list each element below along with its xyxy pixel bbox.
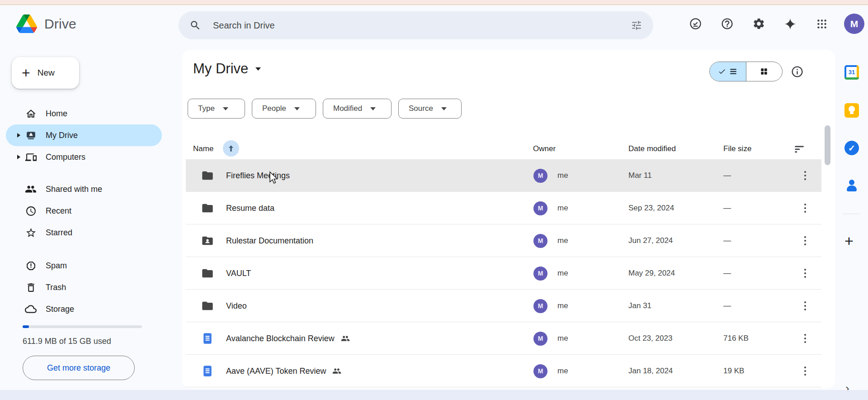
sidebar-item-label: My Drive bbox=[46, 131, 78, 140]
content-scrollbar[interactable] bbox=[825, 125, 830, 165]
folder-icon bbox=[201, 169, 214, 182]
new-button[interactable]: + New bbox=[12, 57, 79, 89]
column-header-modified[interactable]: Date modified bbox=[628, 144, 676, 153]
sidebar-item-computers[interactable]: Computers bbox=[6, 146, 162, 168]
tasks-icon: ✓ bbox=[844, 141, 859, 155]
storage-usage-text: 611.9 MB of 15 GB used bbox=[23, 337, 111, 346]
more-actions-button[interactable] bbox=[797, 265, 813, 281]
table-row[interactable]: Fireflies Meetings Mme Mar 11 — bbox=[186, 159, 821, 192]
file-name: VAULT bbox=[226, 269, 251, 278]
sidebar-item-storage[interactable]: Storage bbox=[6, 298, 162, 320]
table-row[interactable]: Avalanche Blockchain Review Mme Oct 23, … bbox=[186, 322, 821, 355]
owner-name: me bbox=[557, 236, 568, 245]
sidebar-item-spam[interactable]: Spam bbox=[6, 255, 162, 276]
table-row[interactable]: Resume data Mme Sep 23, 2024 — bbox=[186, 192, 821, 224]
grid-view-button[interactable] bbox=[746, 62, 783, 81]
drive-logo[interactable]: Drive bbox=[16, 14, 76, 33]
drive-logo-icon bbox=[16, 14, 37, 33]
contacts-icon bbox=[845, 179, 859, 192]
calendar-icon: 31 bbox=[844, 65, 859, 80]
chip-label: Source bbox=[409, 104, 433, 113]
file-name: Video bbox=[226, 301, 247, 311]
expand-caret-icon[interactable] bbox=[17, 133, 20, 138]
sidebar-item-label: Home bbox=[46, 109, 67, 119]
sidebar-item-shared-with-me[interactable]: Shared with me bbox=[6, 178, 162, 200]
owner-avatar: M bbox=[533, 234, 547, 248]
file-name: Rulestar Documentation bbox=[226, 236, 313, 246]
sidebar-item-starred[interactable]: Starred bbox=[6, 222, 162, 243]
more-actions-button[interactable] bbox=[797, 363, 813, 379]
google-apps-button[interactable] bbox=[812, 14, 831, 33]
help-icon bbox=[721, 17, 734, 30]
column-header-name[interactable]: Name bbox=[193, 144, 213, 153]
expand-caret-icon[interactable] bbox=[17, 155, 20, 159]
owner-avatar: M bbox=[533, 364, 547, 378]
help-button[interactable] bbox=[717, 14, 736, 33]
list-view-button[interactable] bbox=[710, 62, 746, 81]
table-row[interactable]: Rulestar Documentation Mme Jun 27, 2024 … bbox=[186, 224, 821, 257]
add-panel-app-button[interactable]: + bbox=[844, 233, 854, 248]
more-actions-button[interactable] bbox=[797, 298, 813, 314]
date-modified: Jun 27, 2024 bbox=[628, 224, 673, 257]
sidebar-item-home[interactable]: Home bbox=[6, 103, 162, 124]
owner-name: me bbox=[557, 334, 568, 343]
file-size: 19 KB bbox=[723, 355, 744, 387]
owner-avatar: M bbox=[533, 299, 547, 313]
page-title-dropdown[interactable]: My Drive bbox=[193, 61, 261, 77]
sidebar-item-label: Storage bbox=[46, 305, 74, 314]
offline-check-icon bbox=[689, 17, 702, 30]
more-actions-button[interactable] bbox=[797, 200, 813, 216]
file-size: 716 KB bbox=[723, 322, 749, 355]
settings-button[interactable] bbox=[749, 14, 768, 33]
chevron-down-icon bbox=[294, 107, 300, 110]
sort-direction-button[interactable] bbox=[223, 140, 239, 157]
owner-avatar: M bbox=[533, 201, 547, 215]
chevron-down-icon bbox=[441, 107, 447, 110]
google-doc-icon bbox=[201, 332, 214, 345]
file-size: — bbox=[723, 290, 731, 322]
chevron-down-icon bbox=[370, 107, 376, 110]
file-size: — bbox=[723, 257, 731, 290]
sort-options-button[interactable] bbox=[793, 143, 805, 155]
date-modified: Jan 31 bbox=[628, 290, 651, 322]
recent-clock-icon bbox=[25, 205, 37, 217]
more-actions-button[interactable] bbox=[797, 233, 813, 249]
column-header-owner[interactable]: Owner bbox=[533, 144, 556, 153]
file-list: Fireflies Meetings Mme Mar 11 — Resume d… bbox=[186, 159, 821, 387]
file-name: Avalanche Blockchain Review bbox=[226, 334, 335, 343]
table-row[interactable]: VAULT Mme May 29, 2024 — bbox=[186, 257, 821, 290]
calendar-app-button[interactable]: 31 bbox=[842, 63, 861, 82]
my-drive-icon bbox=[25, 129, 37, 141]
chip-label: Modified bbox=[333, 104, 362, 113]
filter-chip-people[interactable]: People bbox=[252, 99, 316, 119]
table-row[interactable]: Aave (AAVE) Token Review Mme Jan 18, 202… bbox=[186, 355, 821, 387]
contacts-app-button[interactable] bbox=[842, 176, 861, 195]
file-name: Aave (AAVE) Token Review bbox=[226, 367, 326, 376]
drive-content-card: My Drive Type People Modified Source Nam… bbox=[182, 50, 835, 388]
storage-progress-fill bbox=[23, 325, 29, 328]
filter-chip-modified[interactable]: Modified bbox=[323, 99, 392, 119]
owner-avatar: M bbox=[533, 169, 547, 183]
sidebar-item-recent[interactable]: Recent bbox=[6, 200, 162, 222]
table-row[interactable]: Video Mme Jan 31 — bbox=[186, 290, 821, 322]
more-actions-button[interactable] bbox=[797, 167, 813, 184]
advanced-search-icon[interactable] bbox=[631, 19, 642, 31]
column-header-size[interactable]: File size bbox=[723, 144, 751, 153]
folder-icon bbox=[201, 300, 214, 312]
get-more-storage-button[interactable]: Get more storage bbox=[23, 356, 135, 380]
owner-name: me bbox=[557, 367, 568, 376]
keep-app-button[interactable] bbox=[842, 101, 861, 120]
more-actions-button[interactable] bbox=[797, 330, 813, 347]
tasks-app-button[interactable]: ✓ bbox=[842, 138, 861, 157]
sidebar-item-my-drive[interactable]: My Drive bbox=[6, 124, 162, 146]
offline-status-button[interactable] bbox=[686, 14, 705, 33]
details-button[interactable] bbox=[789, 63, 805, 80]
google-doc-icon bbox=[201, 365, 214, 377]
search-input[interactable] bbox=[213, 20, 631, 31]
filter-chip-type[interactable]: Type bbox=[188, 99, 245, 119]
filter-chip-source[interactable]: Source bbox=[398, 99, 462, 119]
gemini-button[interactable] bbox=[781, 14, 800, 33]
search-bar[interactable] bbox=[179, 11, 653, 39]
file-name: Resume data bbox=[226, 204, 274, 213]
sidebar-item-trash[interactable]: Trash bbox=[6, 276, 162, 298]
